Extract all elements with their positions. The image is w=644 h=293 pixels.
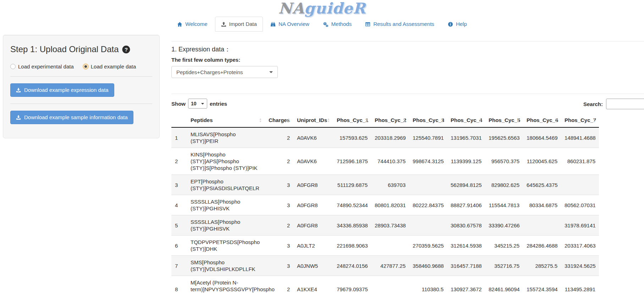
radio-load-example-data[interactable]: Load example data [83,63,136,70]
phos-cyc-7-cell: 148941.4688 [561,127,599,148]
header-phos-cyc-4[interactable]: Phos_Cyc_4▲▼ [447,113,485,127]
table-row[interactable]: 8M[Acetyl (Protein N-term)]NPVYSPGSSGVPY… [171,276,599,293]
phos-cyc-7-cell [561,175,599,195]
page-root: { "logo": { "part1": "NA", "part2": "gui… [0,0,644,293]
chevron-down-icon [269,71,273,73]
column-types-select[interactable]: Peptides+Charges+Proteins [171,66,278,78]
table-icon [365,22,370,27]
table-row[interactable]: 5SSSSLLAS[Phospho (STY)]PGHISVK2A0FGR834… [171,215,599,236]
phos-cyc-7-cell: 113495.2891 [561,276,599,293]
phos-cyc-2-cell: 203318.2969 [371,127,409,148]
header-phos-cyc-5[interactable]: Phos_Cyc_5▲▼ [485,113,523,127]
phos-cyc-2-cell [371,236,409,256]
phos-cyc-7-cell: 203317.4063 [561,236,599,256]
peptide-cell: MLISAVS[Phospho (STY)]PEIR [187,127,265,148]
table-row[interactable]: 6TQDPVPPETPSDS[Phospho (STY)]DHK3A0JLT22… [171,236,599,256]
table-body: 1MLISAVS[Phospho (STY)]PEIR2A0AVK6157593… [171,127,599,293]
radio-button[interactable] [10,64,16,69]
header-phos-cyc-3[interactable]: Phos_Cyc_3▲▼ [409,113,447,127]
header-peptides[interactable]: Peptides▲▼ [187,113,265,127]
tab-label: Help [456,21,467,28]
uniprot-cell: A0FGR8 [293,175,333,195]
app-logo: NAguideR [0,0,644,17]
tab-methods[interactable]: Methods [317,17,358,32]
phos-cyc-3-cell: 358460.9688 [409,256,447,276]
peptide-cell: SSSSLLAS[Phospho (STY)]PGHISVK [187,195,265,215]
phos-cyc-3-cell: 270359.5625 [409,236,447,256]
header-phos-cyc-1[interactable]: Phos_Cyc_1▲▼ [333,113,371,127]
svg-text:?: ? [124,46,127,52]
phos-cyc-4-cell: 316457.7188 [447,256,485,276]
uniprot-cell: A0AVK6 [293,148,333,175]
expression-data-heading: 1. Expression data： [171,45,644,54]
page-length-control: Show 10 entries [171,99,644,109]
table-row[interactable]: 2KINS[Phospho (STY)]APS[Phospho (STY)]S[… [171,148,599,175]
phos-cyc-4-cell: 30830.67578 [447,215,485,236]
tab-welcome[interactable]: Welcome [171,17,213,32]
tab-help[interactable]: Help [442,17,473,32]
charges-cell: 2 [265,127,293,148]
download-icon [16,88,21,93]
tab-results-assessments[interactable]: Results and Assessments [359,17,440,32]
main-nav-tabs: Welcome Import Data NA Overview Methods … [0,17,644,32]
phos-cyc-2-cell [371,276,409,293]
header-phos-cyc-7[interactable]: Phos_Cyc_7▲▼ [561,113,599,127]
phos-cyc-4-cell: 88827.91406 [447,195,485,215]
tab-label: Results and Assessments [373,21,434,28]
sort-icon: ▲▼ [517,118,520,123]
charges-cell: 2 [265,215,293,236]
table-row[interactable]: 1MLISAVS[Phospho (STY)]PEIR2A0AVK6157593… [171,127,599,148]
button-label: Download example sample information data [24,114,128,121]
expression-data-table: Peptides▲▼ Charges▲▼ Uniprot_IDs▲▼ Phos_… [171,113,599,293]
header-charges[interactable]: Charges▲▼ [265,113,293,127]
phos-cyc-5-cell: 956570.375 [485,148,523,175]
show-label: Show [171,101,186,107]
sort-icon: ▲▼ [259,118,262,123]
header-phos-cyc-6[interactable]: Phos_Cyc_6▲▼ [523,113,561,127]
tab-na-overview[interactable]: NA Overview [264,17,315,32]
phos-cyc-1-cell: 157593.625 [333,127,371,148]
uniprot-cell: A0JNW5 [293,256,333,276]
radio-label: Load experimental data [18,63,74,70]
header-uniprot-ids[interactable]: Uniprot_IDs▲▼ [293,113,333,127]
phos-cyc-4-cell: 312614.5938 [447,236,485,256]
row-index-cell: 2 [171,148,187,175]
question-circle-icon[interactable]: ? [122,45,130,54]
phos-cyc-7-cell: 860231.875 [561,148,599,175]
radio-load-experimental-data[interactable]: Load experimental data [10,63,74,70]
phos-cyc-1-cell: 712596.1875 [333,148,371,175]
sort-icon: ▲▼ [327,118,330,123]
phos-cyc-3-cell [409,175,447,195]
app-logo-na: NA [279,0,304,17]
table-row[interactable]: 3EPT[Phospho (STY)]PSIASDISLPIATQELR3A0F… [171,175,599,195]
chevron-down-icon [201,103,204,104]
phos-cyc-2-cell: 427877.25 [371,256,409,276]
download-example-expression-data-button[interactable]: Download example expression data [10,83,114,97]
phos-cyc-4-cell: 1139399.125 [447,148,485,175]
import-data-panel: 1. Expression data： The first few column… [171,31,644,293]
gears-icon [323,22,329,27]
charges-cell: 2 [265,148,293,175]
phos-cyc-1-cell: 248274.0156 [333,256,371,276]
phos-cyc-6-cell: 1120045.625 [523,148,561,175]
phos-cyc-6-cell: 180664.5469 [523,127,561,148]
phos-cyc-7-cell: 80562.07031 [561,195,599,215]
download-example-sample-information-data-button[interactable]: Download example sample information data [10,111,133,124]
search-input[interactable] [606,99,644,109]
peptide-cell: SMS[Phospho (STY)]VDLSHIPLKDPLLFK [187,256,265,276]
sort-icon: ▲▼ [479,118,482,123]
search-label: Search: [583,101,603,107]
phos-cyc-4-cell: 131965.7031 [447,127,485,148]
row-index-cell: 1 [171,127,187,148]
row-index-cell: 5 [171,215,187,236]
tab-import-data[interactable]: Import Data [215,17,263,32]
phos-cyc-1-cell: 74890.52344 [333,195,371,215]
radio-button[interactable] [83,64,88,69]
phos-cyc-5-cell: 82461.96094 [485,276,523,293]
table-row[interactable]: 4SSSSLLAS[Phospho (STY)]PGHISVK3A0FGR874… [171,195,599,215]
phos-cyc-6-cell: 155724.3594 [523,276,561,293]
page-length-select[interactable]: 10 [188,99,207,109]
header-phos-cyc-2[interactable]: Phos_Cyc_2▲▼ [371,113,409,127]
table-row[interactable]: 7SMS[Phospho (STY)]VDLSHIPLKDPLLFK3A0JNW… [171,256,599,276]
phos-cyc-5-cell: 345215.25 [485,236,523,256]
